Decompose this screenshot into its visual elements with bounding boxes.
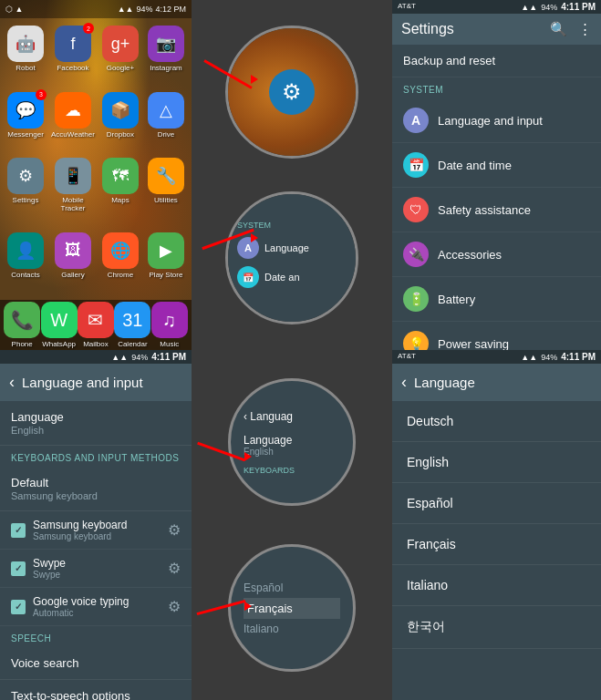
signal-icon: ▲▲ [521, 3, 537, 12]
lang-list-battery: 94% [541, 353, 557, 362]
app-label-contacts: Contacts [11, 271, 40, 279]
zoom-area-top: ⚙ SYSTEM A Language 📅 Date an [192, 0, 392, 350]
language-option-italiano[interactable]: Italiano [392, 565, 601, 606]
settings-item-label: Accessories [438, 248, 502, 262]
zoom-top-content: ⚙ [228, 28, 356, 156]
language-input-panel: ▲▲ 94% 4:11 PM ‹ Language and input Lang… [0, 350, 192, 700]
search-icon[interactable]: 🔍 [550, 21, 567, 37]
app-label-mobile: Mobile Tracker [51, 196, 95, 212]
settings-item-label: Language and input [438, 114, 543, 128]
app-label-google+: Google+ [107, 64, 134, 72]
languages-list: DeutschEnglishEspañolFrançaisItaliano한국어 [392, 401, 601, 649]
app-label-drive: Drive [158, 130, 175, 139]
app-icon-settings[interactable]: ⚙Settings [5, 158, 46, 227]
keyboard-text-block: Samsung keyboardSamsung keyboard [33, 519, 161, 541]
speech-item-title: Text-to-speech options [11, 689, 181, 700]
more-options-icon[interactable]: ⋮ [578, 21, 592, 37]
time-display: 4:12 PM [155, 5, 186, 14]
app-icon-maps[interactable]: 🗺Maps [100, 158, 140, 227]
lang-list-back-icon[interactable]: ‹ [401, 373, 407, 392]
settings-header-icons[interactable]: 🔍 ⋮ [550, 21, 592, 37]
status-icons-left: ⬡ ▲ [5, 5, 23, 14]
app-icon-robot[interactable]: 🤖Robot [5, 26, 46, 87]
app-icon-accuweather[interactable]: ☁AccuWeather [51, 92, 95, 153]
dock-label-calendar: Calendar [118, 340, 147, 348]
settings-item-icon: 🛡 [403, 197, 429, 222]
keyboard-sub: Samsung keyboard [33, 531, 161, 541]
zoom-bottom-content: SYSTEM A Language 📅 Date an [228, 194, 356, 322]
default-keyboard-item[interactable]: Default Samsung keyboard [0, 467, 192, 511]
app-label-settings: Settings [13, 196, 39, 204]
dock-icon-mailbox[interactable]: ✉Mailbox [78, 302, 114, 348]
dock-bar: 📞PhoneWWhatsApp✉Mailbox31Calendar♫Music [0, 300, 192, 350]
gear-settings-icon[interactable]: ⚙ [168, 598, 181, 615]
lang-battery: 94% [131, 353, 148, 362]
app-icon-messenger[interactable]: 💬3Messenger [5, 92, 46, 153]
gear-settings-icon[interactable]: ⚙ [168, 560, 181, 577]
time-text: 4:11 PM [561, 2, 596, 12]
app-icon-facebook[interactable]: f2Facebook [51, 26, 95, 87]
settings-item-battery[interactable]: 🔋Battery [392, 277, 601, 322]
app-icon-contacts[interactable]: 👤Contacts [5, 232, 46, 293]
app-grid: 🤖Robotf2Facebookg+Google+📷Instagram💬3Mes… [0, 18, 192, 300]
checkbox-swype[interactable]: ✓ [11, 561, 26, 576]
speech-list: Voice searchText-to-speech optionsRead n… [0, 647, 192, 700]
zoom-circle-language: ‹ Languag Language English KEYBOARDS [228, 378, 356, 506]
keyboard-item-swype[interactable]: ✓SwypeSwype⚙ [0, 550, 192, 588]
app-label-messenger: Messenger [7, 130, 44, 139]
language-option-deutsch[interactable]: Deutsch [392, 401, 601, 442]
gear-settings-icon[interactable]: ⚙ [168, 521, 181, 539]
app-icon-playstore[interactable]: ▶Play Store [146, 232, 186, 293]
zoom-date-text: Date an [264, 272, 300, 283]
keyboard-sub: Automatic [33, 608, 161, 618]
default-sub: Samsung keyboard [11, 490, 181, 501]
settings-item-icon: 🔌 [403, 242, 429, 267]
app-icon-drive[interactable]: △Drive [146, 92, 186, 153]
carrier-name: AT&T [398, 2, 416, 12]
keyboard-item-google-voice-typing[interactable]: ✓Google voice typingAutomatic⚙ [0, 588, 192, 626]
dock-icon-phone[interactable]: 📞Phone [4, 302, 40, 348]
app-icon-dropbox[interactable]: 📦Dropbox [100, 92, 140, 153]
language-option-한국어[interactable]: 한국어 [392, 606, 601, 649]
keyboards-section-label: KEYBOARDS AND INPUT METHODS [0, 446, 192, 467]
dock-icon-whatsapp[interactable]: WWhatsApp [41, 302, 78, 348]
app-icon-google+[interactable]: g+Google+ [100, 26, 140, 87]
settings-item-safety-assistance[interactable]: 🛡Safety assistance [392, 188, 601, 232]
keyboard-list: ✓Samsung keyboardSamsung keyboard⚙✓Swype… [0, 511, 192, 626]
language-option-français[interactable]: Français [392, 524, 601, 565]
language-item[interactable]: Language English [0, 401, 192, 446]
checkbox-google-voice-typing[interactable]: ✓ [11, 600, 26, 614]
language-option-english[interactable]: English [392, 442, 601, 483]
settings-item-power-saving[interactable]: 💡Power saving [392, 322, 601, 350]
lang-list-right-status: ▲▲ 94% 4:11 PM [521, 352, 596, 362]
app-icon-mobile[interactable]: 📱Mobile Tracker [51, 158, 95, 227]
language-item-sub: English [11, 425, 181, 436]
lang-list-signal: ▲▲ [521, 353, 537, 362]
speech-item-text-to-speech-options[interactable]: Text-to-speech options [0, 680, 192, 700]
red-arrowhead-2 [251, 233, 258, 242]
app-icon-gallery[interactable]: 🖼Gallery [51, 232, 95, 293]
speech-item-voice-search[interactable]: Voice search [0, 647, 192, 680]
language-option-español[interactable]: Español [392, 483, 601, 524]
dock-label-whatsapp: WhatsApp [42, 340, 76, 348]
settings-item-date-and-time[interactable]: 📅Date and time [392, 143, 601, 188]
speech-item-title: Voice search [11, 656, 181, 670]
app-label-accuweather: AccuWeather [51, 130, 95, 139]
app-icon-chrome[interactable]: 🌐Chrome [100, 232, 140, 293]
zoom-lang-item: A Language [237, 237, 309, 259]
keyboard-item-samsung-keyboard[interactable]: ✓Samsung keyboardSamsung keyboard⚙ [0, 511, 192, 550]
back-arrow-icon[interactable]: ‹ [9, 373, 15, 392]
dock-icon-calendar[interactable]: 31Calendar [114, 302, 150, 348]
backup-reset-item[interactable]: Backup and reset [392, 45, 601, 77]
checkbox-samsung-keyboard[interactable]: ✓ [11, 523, 26, 538]
lang-list-status-bar: AT&T ▲▲ 94% 4:11 PM [392, 350, 601, 364]
dock-icon-music[interactable]: ♫Music [151, 302, 188, 348]
settings-status-bar: AT&T ▲▲ 94% 4:11 PM [392, 0, 601, 14]
lang-header: ‹ Language and input [0, 364, 192, 401]
settings-item-icon: 🔋 [403, 286, 429, 312]
settings-item-accessories[interactable]: 🔌Accessories [392, 232, 601, 277]
settings-item-language-and-input[interactable]: ALanguage and input [392, 98, 601, 143]
app-icon-utilities[interactable]: 🔧Utilities [146, 158, 186, 227]
app-icon-instagram[interactable]: 📷Instagram [146, 26, 186, 87]
settings-item-label: Power saving [438, 337, 509, 351]
